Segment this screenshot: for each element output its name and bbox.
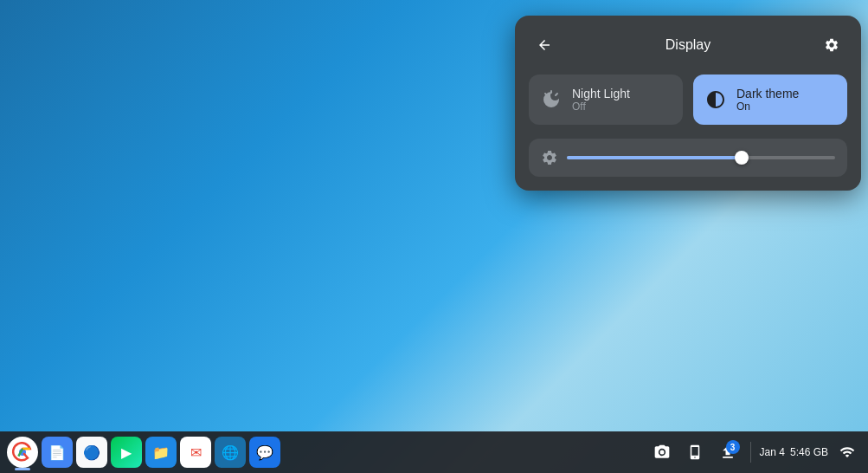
panel-title: Display	[665, 37, 710, 53]
brightness-fill	[567, 156, 742, 159]
night-light-text: Night Light Off	[572, 87, 630, 113]
taskbar-app-files[interactable]: 📁	[145, 437, 177, 468]
dark-theme-label: Dark theme	[736, 87, 799, 100]
night-light-card[interactable]: Night Light Off	[529, 75, 683, 125]
night-light-icon	[541, 89, 562, 110]
taskbar-phone-icon[interactable]	[681, 438, 709, 466]
dark-theme-text: Dark theme On	[736, 87, 799, 113]
taskbar-right: 3 Jan 4 5:46 GB	[648, 438, 868, 466]
svg-point-4	[659, 450, 664, 455]
display-panel: Display Night Light Off	[515, 16, 861, 191]
taskbar-upload-icon[interactable]: 3	[714, 438, 742, 466]
dark-theme-card[interactable]: Dark theme On	[693, 75, 847, 125]
taskbar-divider	[750, 442, 751, 463]
svg-line-0	[545, 94, 547, 95]
taskbar-app-chrome[interactable]	[7, 437, 38, 468]
brightness-icon	[541, 149, 558, 166]
brightness-slider[interactable]	[567, 156, 835, 159]
night-light-label: Night Light	[572, 87, 630, 100]
taskbar-app-docs[interactable]: 📄	[42, 437, 73, 468]
brightness-thumb	[735, 151, 749, 165]
svg-line-2	[556, 94, 557, 95]
taskbar-date: Jan 4	[760, 446, 785, 458]
taskbar-battery: 5:46 GB	[790, 446, 828, 458]
night-light-status: Off	[572, 100, 630, 113]
dark-theme-status: On	[736, 100, 799, 113]
panel-settings-button[interactable]	[816, 29, 847, 61]
taskbar-app-cursor[interactable]: 🔵	[76, 437, 107, 468]
dark-theme-icon	[705, 89, 726, 110]
notification-badge: 3	[726, 440, 740, 454]
panel-back-button[interactable]	[529, 29, 560, 61]
taskbar-app-hangouts[interactable]: 💬	[249, 437, 280, 468]
taskbar-app-play[interactable]: ▶	[111, 437, 142, 468]
taskbar-screenshot-icon[interactable]	[648, 438, 676, 466]
taskbar-apps: 📄 🔵 ▶ 📁 ✉ 🌐 💬	[0, 437, 648, 468]
taskbar: 📄 🔵 ▶ 📁 ✉ 🌐 💬	[0, 431, 868, 473]
taskbar-app-safari[interactable]: 🌐	[215, 437, 246, 468]
panel-header: Display	[529, 29, 847, 61]
taskbar-app-gmail[interactable]: ✉	[180, 437, 211, 468]
brightness-row	[529, 139, 847, 177]
taskbar-wifi-icon[interactable]	[833, 438, 861, 466]
toggle-cards: Night Light Off Dark theme On	[529, 75, 847, 125]
